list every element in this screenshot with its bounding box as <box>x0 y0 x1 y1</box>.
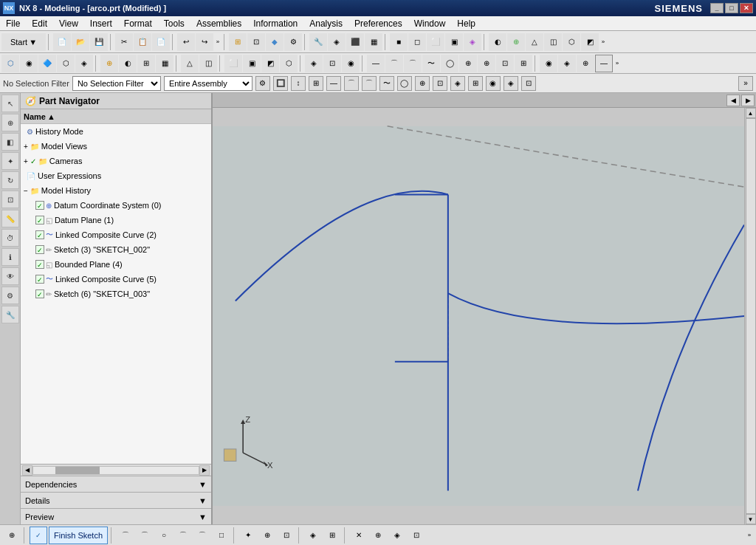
tb1-btn-17[interactable]: ◫ <box>544 33 562 51</box>
preview-section[interactable]: Preview ▼ <box>21 508 211 524</box>
tb2-btn-15[interactable]: ⬡ <box>280 55 298 72</box>
menu-view[interactable]: View <box>53 17 84 30</box>
tb1-btn-14[interactable]: ◐ <box>489 33 506 51</box>
tb2-btn-25[interactable]: ⊕ <box>478 55 495 72</box>
tb1-btn-12[interactable]: ▣ <box>445 33 463 51</box>
sidebar-icon-3[interactable]: ◧ <box>1 133 19 151</box>
model-views-expand[interactable]: + <box>24 143 28 151</box>
btb-btn-8[interactable]: □ <box>213 527 230 544</box>
filter-btn-14[interactable]: ◈ <box>504 76 518 91</box>
tb2-btn-27[interactable]: ⊞ <box>515 55 532 72</box>
linked-curve-2-check[interactable]: ✓ <box>35 230 44 239</box>
filter-btn-2[interactable]: ↕ <box>291 76 306 91</box>
tree-item-model-history[interactable]: − 📁 Model History <box>21 183 211 198</box>
btb-btn-1[interactable]: ⊕ <box>3 527 21 544</box>
tb1-btn-11[interactable]: ⬜ <box>427 33 444 51</box>
sidebar-icon-5[interactable]: ↻ <box>1 171 19 189</box>
menu-preferences[interactable]: Preferences <box>348 17 408 30</box>
tb2-btn-8[interactable]: ⊞ <box>137 55 155 72</box>
close-button[interactable]: ✕ <box>740 3 753 13</box>
menu-window[interactable]: Window <box>408 17 452 30</box>
copy-button[interactable]: 📋 <box>134 33 151 51</box>
tb2-btn-1[interactable]: ⬡ <box>1 55 19 72</box>
tb2-btn-19[interactable]: — <box>367 55 385 72</box>
tb2-btn-9[interactable]: ▦ <box>156 55 173 72</box>
menu-insert[interactable]: Insert <box>84 17 118 30</box>
toolbar-more-2[interactable]: » <box>599 33 607 51</box>
tb1-btn-13[interactable]: ◈ <box>464 33 481 51</box>
tb1-btn-5[interactable]: 🔧 <box>309 33 327 51</box>
bounded-plane-check[interactable]: ✓ <box>35 260 44 269</box>
filter-btn-10[interactable]: ⊡ <box>433 76 447 91</box>
btb-btn-3[interactable]: ⌒ <box>117 527 134 544</box>
sidebar-icon-6[interactable]: ⊡ <box>1 191 19 208</box>
viewport[interactable]: ◀ ▶ <box>213 93 756 524</box>
toolbar-more-1[interactable]: » <box>214 33 221 51</box>
tb2-btn-10[interactable]: △ <box>181 55 199 72</box>
tb1-btn-19[interactable]: ◩ <box>581 33 599 51</box>
tb2-btn-29[interactable]: ◈ <box>558 55 576 72</box>
menu-analysis[interactable]: Analysis <box>303 17 348 30</box>
filter-btn-13[interactable]: ◉ <box>486 76 501 91</box>
btb-btn-2[interactable]: ✓ <box>30 527 47 544</box>
filter-btn-11[interactable]: ◈ <box>450 76 465 91</box>
filter-btn-12[interactable]: ⊞ <box>468 76 483 91</box>
h-scroll-thumb[interactable] <box>55 467 100 474</box>
tree-item-datum-coord[interactable]: ✓ ⊕ Datum Coordinate System (0) <box>21 198 211 213</box>
v-scroll-up[interactable]: ▲ <box>746 108 756 118</box>
filter-select[interactable]: No Selection Filter Feature Body Edge Fa… <box>72 76 161 91</box>
menu-format[interactable]: Format <box>118 17 158 30</box>
tb1-btn-10[interactable]: ◻ <box>408 33 426 51</box>
toolbar-more-3[interactable]: » <box>614 55 621 72</box>
filter-btn-4[interactable]: — <box>326 76 341 91</box>
sketch-3-check[interactable]: ✓ <box>35 245 44 254</box>
filter-btn-3[interactable]: ⊞ <box>309 76 323 91</box>
sidebar-icon-8[interactable]: ⏱ <box>1 229 19 247</box>
filter-btn-1[interactable]: 🔲 <box>273 76 288 91</box>
filter-btn-7[interactable]: 〜 <box>379 76 394 91</box>
v-scroll-track[interactable] <box>746 118 756 514</box>
datum-plane-check[interactable]: ✓ <box>35 216 44 224</box>
details-section[interactable]: Details ▼ <box>21 492 211 508</box>
filter-settings-btn[interactable]: ⚙ <box>255 76 270 91</box>
minimize-button[interactable]: _ <box>710 3 724 13</box>
sidebar-icon-10[interactable]: 👁 <box>1 267 19 285</box>
tb2-btn-18[interactable]: ◉ <box>342 55 360 72</box>
tb1-btn-7[interactable]: ⬛ <box>346 33 364 51</box>
sidebar-icon-9[interactable]: ℹ <box>1 248 19 266</box>
filter-btn-9[interactable]: ⊕ <box>415 76 430 91</box>
tb2-btn-24[interactable]: ⊕ <box>459 55 477 72</box>
new-button[interactable]: 📄 <box>53 33 71 51</box>
cut-button[interactable]: ✂ <box>115 33 133 51</box>
cameras-expand[interactable]: + <box>24 157 28 165</box>
tb2-btn-28[interactable]: ◉ <box>540 55 557 72</box>
filter-end-btn[interactable]: » <box>738 76 753 91</box>
filter-btn-6[interactable]: ⌒ <box>362 76 377 91</box>
btb-btn-17[interactable]: ⊡ <box>408 527 425 544</box>
tb1-btn-4[interactable]: ⚙ <box>284 33 302 51</box>
btb-btn-12[interactable]: ◈ <box>304 527 322 544</box>
sidebar-icon-4[interactable]: ✦ <box>1 152 19 170</box>
btb-more[interactable]: » <box>746 527 753 544</box>
btb-btn-5[interactable]: ○ <box>155 527 173 544</box>
btb-btn-15[interactable]: ⊕ <box>369 527 387 544</box>
datum-coord-check[interactable]: ✓ <box>35 201 44 210</box>
tb2-btn-17[interactable]: ⊡ <box>323 55 341 72</box>
sidebar-icon-2[interactable]: ⊕ <box>1 114 19 131</box>
tb2-btn-23[interactable]: ◯ <box>441 55 458 72</box>
tb2-btn-30[interactable]: ⊕ <box>577 55 594 72</box>
tb1-btn-18[interactable]: ⬡ <box>563 33 580 51</box>
model-history-expand[interactable]: − <box>24 187 28 195</box>
tree-item-linked-curve-5[interactable]: ✓ 〜 Linked Composite Curve (5) <box>21 272 211 287</box>
tb1-btn-2[interactable]: ⊡ <box>247 33 265 51</box>
btb-btn-14[interactable]: ✕ <box>350 527 368 544</box>
tb2-btn-12[interactable]: ⬜ <box>224 55 242 72</box>
linked-curve-5-check[interactable]: ✓ <box>35 275 44 284</box>
undo-button[interactable]: ↩ <box>177 33 195 51</box>
h-scroll-track[interactable] <box>32 466 199 475</box>
btb-btn-16[interactable]: ◈ <box>388 527 406 544</box>
tb2-btn-13[interactable]: ▣ <box>243 55 261 72</box>
menu-edit[interactable]: Edit <box>26 17 53 30</box>
scroll-right-btn[interactable]: ▶ <box>199 465 210 476</box>
menu-information[interactable]: Information <box>247 17 303 30</box>
